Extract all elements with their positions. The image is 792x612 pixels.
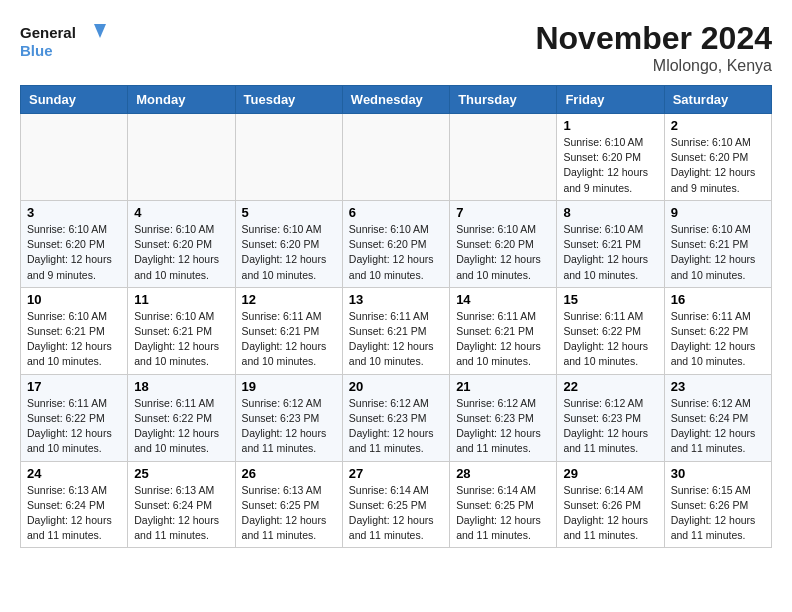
day-number: 12	[242, 292, 336, 307]
day-number: 26	[242, 466, 336, 481]
day-cell-15: 15Sunrise: 6:11 AMSunset: 6:22 PMDayligh…	[557, 287, 664, 374]
week-row-5: 24Sunrise: 6:13 AMSunset: 6:24 PMDayligh…	[21, 461, 772, 548]
location-title: Mlolongo, Kenya	[535, 57, 772, 75]
day-number: 25	[134, 466, 228, 481]
day-number: 27	[349, 466, 443, 481]
day-cell-28: 28Sunrise: 6:14 AMSunset: 6:25 PMDayligh…	[450, 461, 557, 548]
day-cell-21: 21Sunrise: 6:12 AMSunset: 6:23 PMDayligh…	[450, 374, 557, 461]
day-number: 1	[563, 118, 657, 133]
day-cell-29: 29Sunrise: 6:14 AMSunset: 6:26 PMDayligh…	[557, 461, 664, 548]
day-info: Sunrise: 6:12 AMSunset: 6:23 PMDaylight:…	[456, 396, 550, 457]
day-info: Sunrise: 6:10 AMSunset: 6:20 PMDaylight:…	[456, 222, 550, 283]
day-info: Sunrise: 6:10 AMSunset: 6:20 PMDaylight:…	[349, 222, 443, 283]
day-number: 13	[349, 292, 443, 307]
svg-text:Blue: Blue	[20, 42, 53, 59]
day-info: Sunrise: 6:13 AMSunset: 6:25 PMDaylight:…	[242, 483, 336, 544]
day-info: Sunrise: 6:10 AMSunset: 6:21 PMDaylight:…	[671, 222, 765, 283]
day-cell-27: 27Sunrise: 6:14 AMSunset: 6:25 PMDayligh…	[342, 461, 449, 548]
day-info: Sunrise: 6:14 AMSunset: 6:25 PMDaylight:…	[349, 483, 443, 544]
day-info: Sunrise: 6:10 AMSunset: 6:21 PMDaylight:…	[134, 309, 228, 370]
day-number: 2	[671, 118, 765, 133]
day-info: Sunrise: 6:12 AMSunset: 6:23 PMDaylight:…	[242, 396, 336, 457]
day-cell-1: 1Sunrise: 6:10 AMSunset: 6:20 PMDaylight…	[557, 114, 664, 201]
day-cell-13: 13Sunrise: 6:11 AMSunset: 6:21 PMDayligh…	[342, 287, 449, 374]
day-number: 24	[27, 466, 121, 481]
day-cell-5: 5Sunrise: 6:10 AMSunset: 6:20 PMDaylight…	[235, 200, 342, 287]
day-cell-2: 2Sunrise: 6:10 AMSunset: 6:20 PMDaylight…	[664, 114, 771, 201]
day-number: 8	[563, 205, 657, 220]
week-row-3: 10Sunrise: 6:10 AMSunset: 6:21 PMDayligh…	[21, 287, 772, 374]
weekday-header-friday: Friday	[557, 86, 664, 114]
svg-text:General: General	[20, 24, 76, 41]
weekday-header-monday: Monday	[128, 86, 235, 114]
day-number: 9	[671, 205, 765, 220]
week-row-4: 17Sunrise: 6:11 AMSunset: 6:22 PMDayligh…	[21, 374, 772, 461]
day-cell-14: 14Sunrise: 6:11 AMSunset: 6:21 PMDayligh…	[450, 287, 557, 374]
weekday-header-wednesday: Wednesday	[342, 86, 449, 114]
day-info: Sunrise: 6:10 AMSunset: 6:21 PMDaylight:…	[27, 309, 121, 370]
empty-cell	[450, 114, 557, 201]
empty-cell	[342, 114, 449, 201]
day-info: Sunrise: 6:10 AMSunset: 6:20 PMDaylight:…	[134, 222, 228, 283]
day-cell-6: 6Sunrise: 6:10 AMSunset: 6:20 PMDaylight…	[342, 200, 449, 287]
day-info: Sunrise: 6:11 AMSunset: 6:21 PMDaylight:…	[456, 309, 550, 370]
day-info: Sunrise: 6:11 AMSunset: 6:22 PMDaylight:…	[134, 396, 228, 457]
logo: General Blue	[20, 20, 110, 64]
weekday-header-thursday: Thursday	[450, 86, 557, 114]
title-block: November 2024 Mlolongo, Kenya	[535, 20, 772, 75]
day-info: Sunrise: 6:11 AMSunset: 6:22 PMDaylight:…	[27, 396, 121, 457]
week-row-2: 3Sunrise: 6:10 AMSunset: 6:20 PMDaylight…	[21, 200, 772, 287]
day-cell-4: 4Sunrise: 6:10 AMSunset: 6:20 PMDaylight…	[128, 200, 235, 287]
day-info: Sunrise: 6:10 AMSunset: 6:20 PMDaylight:…	[563, 135, 657, 196]
day-info: Sunrise: 6:14 AMSunset: 6:25 PMDaylight:…	[456, 483, 550, 544]
day-number: 18	[134, 379, 228, 394]
day-number: 17	[27, 379, 121, 394]
day-info: Sunrise: 6:11 AMSunset: 6:22 PMDaylight:…	[671, 309, 765, 370]
day-number: 15	[563, 292, 657, 307]
day-cell-23: 23Sunrise: 6:12 AMSunset: 6:24 PMDayligh…	[664, 374, 771, 461]
day-cell-17: 17Sunrise: 6:11 AMSunset: 6:22 PMDayligh…	[21, 374, 128, 461]
day-cell-12: 12Sunrise: 6:11 AMSunset: 6:21 PMDayligh…	[235, 287, 342, 374]
day-number: 20	[349, 379, 443, 394]
day-cell-22: 22Sunrise: 6:12 AMSunset: 6:23 PMDayligh…	[557, 374, 664, 461]
day-cell-10: 10Sunrise: 6:10 AMSunset: 6:21 PMDayligh…	[21, 287, 128, 374]
day-number: 6	[349, 205, 443, 220]
day-info: Sunrise: 6:11 AMSunset: 6:21 PMDaylight:…	[242, 309, 336, 370]
weekday-header-row: SundayMondayTuesdayWednesdayThursdayFrid…	[21, 86, 772, 114]
weekday-header-sunday: Sunday	[21, 86, 128, 114]
day-info: Sunrise: 6:12 AMSunset: 6:23 PMDaylight:…	[563, 396, 657, 457]
day-number: 14	[456, 292, 550, 307]
day-number: 19	[242, 379, 336, 394]
day-number: 7	[456, 205, 550, 220]
day-info: Sunrise: 6:13 AMSunset: 6:24 PMDaylight:…	[134, 483, 228, 544]
day-number: 28	[456, 466, 550, 481]
day-info: Sunrise: 6:11 AMSunset: 6:22 PMDaylight:…	[563, 309, 657, 370]
day-cell-20: 20Sunrise: 6:12 AMSunset: 6:23 PMDayligh…	[342, 374, 449, 461]
day-number: 11	[134, 292, 228, 307]
calendar-table: SundayMondayTuesdayWednesdayThursdayFrid…	[20, 85, 772, 548]
day-number: 30	[671, 466, 765, 481]
week-row-1: 1Sunrise: 6:10 AMSunset: 6:20 PMDaylight…	[21, 114, 772, 201]
day-info: Sunrise: 6:12 AMSunset: 6:24 PMDaylight:…	[671, 396, 765, 457]
day-cell-19: 19Sunrise: 6:12 AMSunset: 6:23 PMDayligh…	[235, 374, 342, 461]
empty-cell	[235, 114, 342, 201]
day-info: Sunrise: 6:11 AMSunset: 6:21 PMDaylight:…	[349, 309, 443, 370]
day-info: Sunrise: 6:10 AMSunset: 6:21 PMDaylight:…	[563, 222, 657, 283]
day-cell-30: 30Sunrise: 6:15 AMSunset: 6:26 PMDayligh…	[664, 461, 771, 548]
logo-svg: General Blue	[20, 20, 110, 64]
weekday-header-saturday: Saturday	[664, 86, 771, 114]
day-number: 16	[671, 292, 765, 307]
weekday-header-tuesday: Tuesday	[235, 86, 342, 114]
day-cell-8: 8Sunrise: 6:10 AMSunset: 6:21 PMDaylight…	[557, 200, 664, 287]
day-number: 22	[563, 379, 657, 394]
day-number: 29	[563, 466, 657, 481]
day-cell-24: 24Sunrise: 6:13 AMSunset: 6:24 PMDayligh…	[21, 461, 128, 548]
day-info: Sunrise: 6:10 AMSunset: 6:20 PMDaylight:…	[242, 222, 336, 283]
day-number: 4	[134, 205, 228, 220]
month-title: November 2024	[535, 20, 772, 57]
day-cell-3: 3Sunrise: 6:10 AMSunset: 6:20 PMDaylight…	[21, 200, 128, 287]
day-number: 23	[671, 379, 765, 394]
day-cell-18: 18Sunrise: 6:11 AMSunset: 6:22 PMDayligh…	[128, 374, 235, 461]
day-info: Sunrise: 6:12 AMSunset: 6:23 PMDaylight:…	[349, 396, 443, 457]
day-cell-16: 16Sunrise: 6:11 AMSunset: 6:22 PMDayligh…	[664, 287, 771, 374]
